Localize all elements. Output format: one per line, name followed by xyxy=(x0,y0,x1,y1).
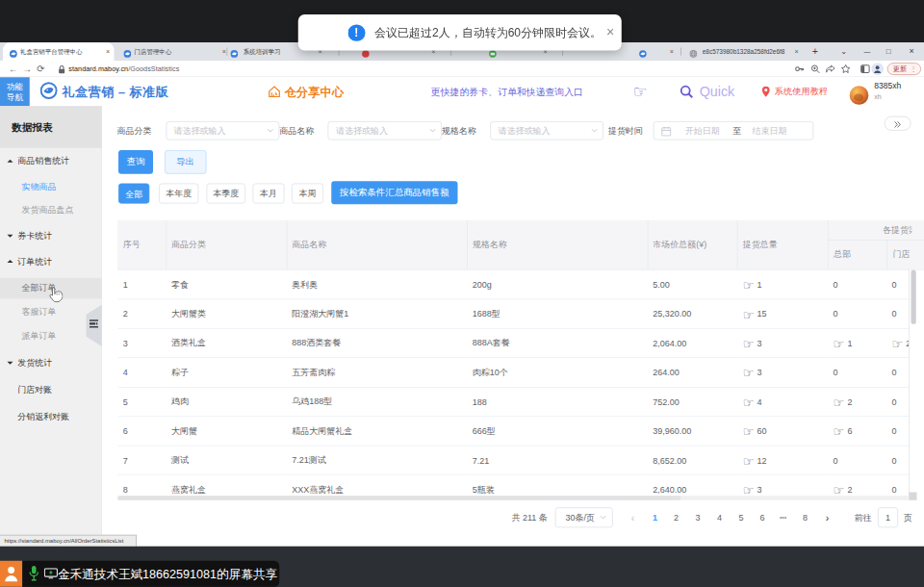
browser-tab[interactable]: 门店管理中心× xyxy=(117,42,225,61)
table-row[interactable]: 2大闸蟹类阳澄湖大闸蟹11688型25,320.00☞1500 xyxy=(117,299,909,328)
window-close-button[interactable]: × xyxy=(904,42,920,61)
pagination-prev[interactable]: ‹ xyxy=(628,507,639,527)
forward-icon[interactable]: → xyxy=(22,61,32,77)
warehouse-share-center-link[interactable]: 仓分享中心 xyxy=(268,77,344,106)
sidebar-item-门店对账[interactable]: 门店对账 xyxy=(0,380,102,401)
vertical-scrollbar-thumb[interactable] xyxy=(911,270,915,324)
filter-select-商品名称[interactable]: 请选择或输入 xyxy=(328,121,442,140)
password-key-icon[interactable] xyxy=(794,64,805,74)
range-tab-本周[interactable]: 本周 xyxy=(292,183,323,203)
back-icon[interactable]: ← xyxy=(9,61,18,77)
pagination-next[interactable]: › xyxy=(821,507,833,527)
window-maximize-button[interactable]: □ xyxy=(881,42,897,61)
table-row[interactable]: 7测试7.21测试7.218,652.00☞1200 xyxy=(117,446,909,474)
filter-expand-button[interactable] xyxy=(885,116,911,131)
summary-button[interactable]: 按检索条件汇总商品销售额 xyxy=(331,181,457,204)
table-row[interactable]: 3酒类礼盒888酒类套餐888A套餐2,064.00☞3☞1☞2 xyxy=(117,329,909,358)
system-tutorial-link[interactable]: 系统使用教程 xyxy=(775,77,828,106)
hand-pointer-icon[interactable]: ☞ xyxy=(892,337,904,351)
browser-update-chip[interactable]: 更新 ⋮ xyxy=(887,63,921,75)
promo-text-link[interactable]: 更快捷的券卡、订单和快递查询入口 xyxy=(431,77,583,106)
hand-pointer-icon[interactable]: ☞ xyxy=(834,396,845,410)
column-header-商品名称: 商品名称 xyxy=(292,220,326,270)
tab-title: 礼盒营销平台管理中心 xyxy=(20,42,98,61)
tab-close-icon[interactable]: × xyxy=(104,48,112,56)
browser-menu-icon[interactable]: ⋮ xyxy=(911,64,917,75)
horizontal-scrollbar-thumb[interactable] xyxy=(117,496,680,500)
hand-pointer-icon[interactable]: ☞ xyxy=(743,424,755,439)
sidebar-item-商品销售统计[interactable]: 商品销售统计 xyxy=(0,151,102,172)
reload-icon[interactable]: ⟳ xyxy=(37,61,44,77)
filter-select-规格名称[interactable]: 请选择或输入 xyxy=(490,121,603,140)
pagination-page-2[interactable]: 2 xyxy=(669,507,683,527)
url-text[interactable]: standard.maboy.cn/GoodsStatistics xyxy=(68,61,179,77)
profile-icon[interactable] xyxy=(871,63,884,75)
pagination-page-1[interactable]: 1 xyxy=(648,507,662,527)
app-header: 功能导航 礼盒营销 – 标准版 仓分享中心 更快捷的券卡、订单和快递查询入口 ☞… xyxy=(0,77,924,106)
table-row[interactable]: 8燕窝礼盒XXX燕窝礼盒5瓶装2,640.00☞3☞20 xyxy=(117,474,909,494)
table-row[interactable]: 1零食奥利奥200g5.00☞100 xyxy=(117,270,909,299)
browser-tab[interactable]: e8c573980b1328a258fd2e6f8× xyxy=(682,42,807,61)
browser-tab[interactable]: 礼盒营销平台管理中心× xyxy=(3,42,115,61)
hand-pointer-icon[interactable]: ☞ xyxy=(834,424,845,439)
hand-pointer-icon[interactable]: ☞ xyxy=(743,483,755,494)
window-minimize-button[interactable]: — xyxy=(860,42,876,61)
table-row[interactable]: 5鸡肉乌鸡188型188752.00☞4☞20 xyxy=(117,387,909,416)
microphone-icon[interactable] xyxy=(29,565,39,581)
sidebar-item-发货统计[interactable]: 发货统计 xyxy=(0,353,102,374)
side-panel-icon[interactable] xyxy=(860,64,870,74)
hand-pointer-icon[interactable]: ☞ xyxy=(743,396,755,410)
zoom-icon[interactable] xyxy=(810,64,821,74)
sidebar-item-发货商品盘点[interactable]: 发货商品盘点 xyxy=(0,200,102,221)
hand-pointer-icon[interactable]: ☞ xyxy=(834,483,845,494)
table-cell: 五芳斋肉粽 xyxy=(287,358,468,387)
tab-close-icon[interactable]: × xyxy=(793,48,801,56)
pagination-page-4[interactable]: 4 xyxy=(712,507,727,527)
sidebar-item-分销返利对账[interactable]: 分销返利对账 xyxy=(0,407,102,428)
hand-pointer-icon[interactable]: ☞ xyxy=(743,337,755,351)
hand-pointer-icon[interactable]: ☞ xyxy=(743,453,755,468)
hand-pointer-icon[interactable]: ☞ xyxy=(743,366,755,380)
range-tab-本季度[interactable]: 本季度 xyxy=(206,183,245,203)
quick-search-icon[interactable] xyxy=(680,85,694,99)
banner-close-icon[interactable]: × xyxy=(606,14,614,51)
range-tab-全部[interactable]: 全部 xyxy=(118,183,149,203)
filter-select-商品分类[interactable]: 请选择或输入 xyxy=(166,121,279,140)
share-icon[interactable] xyxy=(825,64,835,74)
pickup-date-range[interactable]: 开始日期 至 结束日期 xyxy=(654,121,814,140)
function-nav-button[interactable]: 功能导航 xyxy=(0,77,30,108)
pagination-jump-input[interactable]: 1 xyxy=(878,507,898,527)
hand-pointer-icon[interactable]: ☞ xyxy=(834,337,845,351)
end-date-input[interactable]: 结束日期 xyxy=(753,122,787,140)
table-cell: 阳澄湖大闸蟹1 xyxy=(287,299,468,328)
new-tab-button[interactable]: + xyxy=(808,42,824,61)
start-date-input[interactable]: 开始日期 xyxy=(685,122,720,140)
tab-close-icon[interactable]: × xyxy=(668,48,676,56)
sidebar-item-label: 客服订单 xyxy=(22,302,57,323)
participant-icon[interactable] xyxy=(0,560,22,587)
table-cell: 0 xyxy=(886,358,909,387)
pagination-page-5[interactable]: 5 xyxy=(734,507,749,527)
pagination-page-8[interactable]: 8 xyxy=(798,507,812,527)
range-tab-本年度[interactable]: 本年度 xyxy=(159,183,199,203)
export-button[interactable]: 导出 xyxy=(165,150,207,174)
sidebar-item-实物商品[interactable]: 实物商品 xyxy=(0,176,102,197)
screen-share-icon[interactable] xyxy=(44,568,58,578)
bookmark-star-icon[interactable] xyxy=(840,64,851,74)
sidebar-item-券卡统计[interactable]: 券卡统计 xyxy=(0,226,102,247)
hand-pointer-icon[interactable]: ☞ xyxy=(743,308,755,322)
tab-search-icon[interactable]: ⌄ xyxy=(836,42,853,61)
pagination-page-3[interactable]: 3 xyxy=(691,507,706,527)
pagination-page-•••[interactable]: ••• xyxy=(776,507,790,527)
query-button[interactable]: 查询 xyxy=(118,150,153,174)
table-row[interactable]: 4粽子五芳斋肉粽肉粽10个264.00☞300 xyxy=(117,358,909,387)
sidebar-item-订单统计[interactable]: 订单统计 xyxy=(0,251,102,272)
table-cell: 0 xyxy=(886,387,909,416)
hand-pointer-icon[interactable]: ☞ xyxy=(743,278,755,293)
quick-label[interactable]: Quick xyxy=(700,77,734,106)
table-row[interactable]: 6大闸蟹精品大闸蟹礼盒666型39,960.00☞60☞60 xyxy=(117,417,909,446)
pagination-page-6[interactable]: 6 xyxy=(756,507,770,527)
page-size-select[interactable]: 30条/页 xyxy=(555,507,613,527)
range-tab-本月[interactable]: 本月 xyxy=(252,183,284,203)
avatar[interactable] xyxy=(850,86,868,104)
